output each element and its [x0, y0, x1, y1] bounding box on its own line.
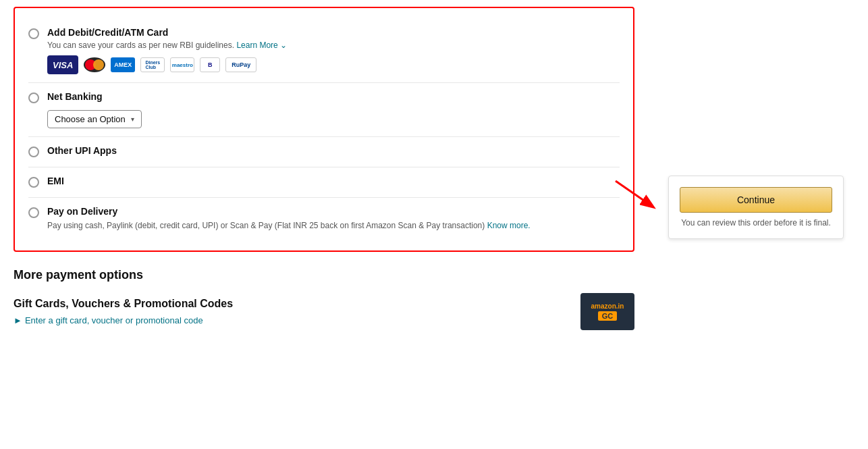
payment-option-emi: EMI [28, 167, 620, 197]
pod-content: Pay on Delivery Pay using cash, Paylink … [47, 206, 620, 232]
gift-card-section: Gift Cards, Vouchers & Promotional Codes… [13, 293, 634, 330]
rbi-guideline-text: You can save your cards as per new RBI g… [47, 41, 234, 50]
continue-note: You can review this order before it is f… [680, 218, 832, 228]
upi-title: Other UPI Apps [47, 145, 620, 156]
netbanking-title: Net Banking [47, 91, 620, 102]
netbanking-content: Net Banking Choose an Option ▾ [47, 91, 620, 128]
payment-option-netbanking: Net Banking Choose an Option ▾ [28, 82, 620, 136]
page-container: Add Debit/Credit/ATM Card You can save y… [0, 0, 868, 449]
debit-credit-subtitle: You can save your cards as per new RBI g… [47, 41, 620, 50]
continue-button[interactable]: Continue [680, 187, 832, 213]
visa-icon: VISA [47, 55, 78, 74]
payment-option-upi: Other UPI Apps [28, 136, 620, 167]
payment-options-box: Add Debit/Credit/ATM Card You can save y… [13, 7, 634, 252]
radio-netbanking[interactable] [28, 93, 39, 103]
upi-content: Other UPI Apps [47, 145, 620, 159]
gift-card-link[interactable]: ► Enter a gift card, voucher or promotio… [13, 315, 203, 325]
radio-pod[interactable] [28, 207, 39, 218]
triangle-icon: ► [13, 315, 22, 325]
maestro-icon: maestro [170, 57, 194, 72]
dropdown-arrow-icon: ▾ [131, 115, 134, 123]
pod-desc-text: Pay using cash, Paylink (debit, credit c… [47, 221, 485, 230]
emi-content: EMI [47, 176, 620, 189]
gift-card-title: Gift Cards, Vouchers & Promotional Codes [13, 298, 233, 310]
learn-more-link[interactable]: Learn More ⌄ [236, 41, 287, 50]
netbanking-dropdown[interactable]: Choose an Option ▾ [47, 110, 142, 128]
payment-option-card: Add Debit/Credit/ATM Card You can save y… [28, 19, 620, 82]
payment-option-pod: Pay on Delivery Pay using cash, Paylink … [28, 197, 620, 240]
card-icons-row: VISA AMEX DinersClub maestro B RuPay [47, 55, 620, 74]
sidebar: Continue You can review this order befor… [648, 0, 850, 449]
debit-credit-content: Add Debit/Credit/ATM Card You can save y… [47, 27, 620, 74]
gift-card-link-label: Enter a gift card, voucher or promotiona… [25, 315, 203, 325]
gift-card-title-area: Gift Cards, Vouchers & Promotional Codes… [13, 298, 233, 325]
mastercard-icon [84, 57, 105, 72]
more-payment-title: More payment options [13, 268, 634, 282]
emi-title: EMI [47, 176, 620, 186]
radio-upi[interactable] [28, 147, 39, 157]
amazon-gc-badge: amazon.in GC [580, 293, 634, 330]
gift-card-header: Gift Cards, Vouchers & Promotional Codes… [13, 293, 634, 330]
pod-description: Pay using cash, Paylink (debit, credit c… [47, 219, 620, 232]
amex-icon: AMEX [111, 57, 135, 72]
gc-badge-text: GC [598, 311, 618, 321]
debit-credit-title: Add Debit/Credit/ATM Card [47, 27, 620, 38]
amazon-in-text: amazon.in [591, 302, 624, 310]
continue-box: Continue You can review this order befor… [668, 176, 844, 239]
diners-icon: DinersClub [140, 57, 165, 72]
pod-title: Pay on Delivery [47, 206, 620, 217]
know-more-link[interactable]: Know more. [487, 221, 531, 230]
radio-emi[interactable] [28, 177, 39, 188]
rupay-icon: RuPay [225, 57, 256, 72]
main-content: Add Debit/Credit/ATM Card You can save y… [0, 0, 648, 449]
more-payment-section: More payment options Gift Cards, Voucher… [13, 268, 634, 330]
radio-debit-credit[interactable] [28, 28, 39, 39]
dropdown-label: Choose an Option [55, 114, 126, 124]
bhim-icon: B [200, 57, 220, 72]
